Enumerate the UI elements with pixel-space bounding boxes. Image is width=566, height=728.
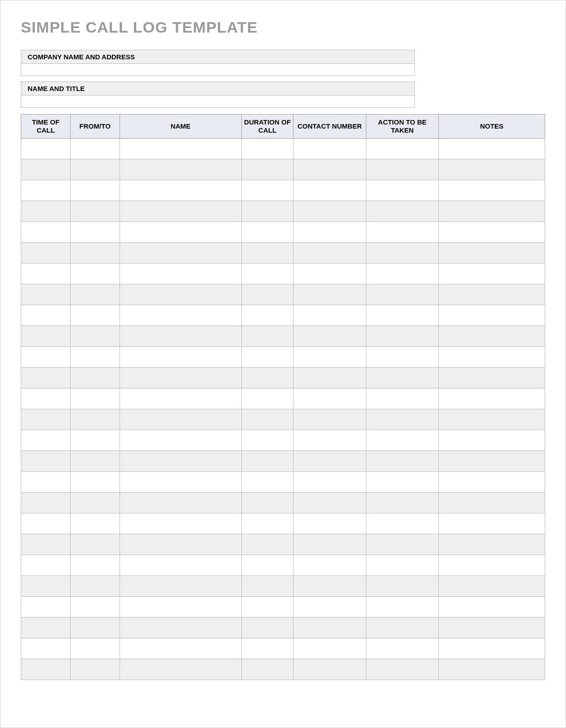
table-cell[interactable] <box>293 139 366 159</box>
table-cell[interactable] <box>439 430 545 451</box>
table-cell[interactable] <box>439 368 545 388</box>
table-cell[interactable] <box>21 659 71 680</box>
table-cell[interactable] <box>293 659 366 680</box>
table-cell[interactable] <box>21 638 71 659</box>
table-cell[interactable] <box>293 305 366 326</box>
table-cell[interactable] <box>70 451 120 472</box>
table-cell[interactable] <box>293 388 366 409</box>
table-cell[interactable] <box>366 139 438 159</box>
table-cell[interactable] <box>120 534 241 555</box>
table-cell[interactable] <box>120 284 241 305</box>
table-cell[interactable] <box>70 555 120 576</box>
table-cell[interactable] <box>366 388 438 409</box>
table-cell[interactable] <box>120 347 241 368</box>
table-cell[interactable] <box>70 243 120 263</box>
table-cell[interactable] <box>70 493 120 513</box>
table-cell[interactable] <box>241 493 293 513</box>
table-cell[interactable] <box>293 222 366 243</box>
table-cell[interactable] <box>120 326 241 347</box>
table-cell[interactable] <box>120 388 241 409</box>
table-cell[interactable] <box>439 638 545 659</box>
table-cell[interactable] <box>439 555 545 576</box>
table-cell[interactable] <box>21 597 71 618</box>
table-cell[interactable] <box>21 284 71 305</box>
table-cell[interactable] <box>366 659 438 680</box>
table-cell[interactable] <box>439 618 545 638</box>
table-cell[interactable] <box>70 139 120 159</box>
table-cell[interactable] <box>21 243 71 263</box>
table-cell[interactable] <box>70 222 120 243</box>
table-cell[interactable] <box>120 618 241 638</box>
table-cell[interactable] <box>241 451 293 472</box>
table-cell[interactable] <box>70 659 120 680</box>
table-cell[interactable] <box>120 597 241 618</box>
table-cell[interactable] <box>293 284 366 305</box>
table-cell[interactable] <box>21 388 71 409</box>
table-cell[interactable] <box>120 451 241 472</box>
table-cell[interactable] <box>241 597 293 618</box>
table-cell[interactable] <box>293 513 366 534</box>
table-cell[interactable] <box>366 638 438 659</box>
table-cell[interactable] <box>366 305 438 326</box>
table-cell[interactable] <box>70 388 120 409</box>
table-cell[interactable] <box>120 409 241 430</box>
table-cell[interactable] <box>293 243 366 263</box>
table-cell[interactable] <box>21 159 71 180</box>
table-cell[interactable] <box>70 430 120 451</box>
table-cell[interactable] <box>21 201 71 222</box>
table-cell[interactable] <box>241 368 293 388</box>
table-cell[interactable] <box>366 409 438 430</box>
table-cell[interactable] <box>120 180 241 201</box>
table-cell[interactable] <box>366 368 438 388</box>
table-cell[interactable] <box>241 409 293 430</box>
table-cell[interactable] <box>241 555 293 576</box>
table-cell[interactable] <box>439 472 545 493</box>
table-cell[interactable] <box>439 388 545 409</box>
table-cell[interactable] <box>241 263 293 284</box>
table-cell[interactable] <box>366 180 438 201</box>
table-cell[interactable] <box>293 201 366 222</box>
table-cell[interactable] <box>241 222 293 243</box>
table-cell[interactable] <box>366 159 438 180</box>
table-cell[interactable] <box>366 534 438 555</box>
table-cell[interactable] <box>293 493 366 513</box>
table-cell[interactable] <box>366 326 438 347</box>
table-cell[interactable] <box>70 326 120 347</box>
table-cell[interactable] <box>21 368 71 388</box>
company-input[interactable] <box>21 64 415 76</box>
table-cell[interactable] <box>439 159 545 180</box>
table-cell[interactable] <box>120 555 241 576</box>
table-cell[interactable] <box>241 388 293 409</box>
table-cell[interactable] <box>293 638 366 659</box>
table-cell[interactable] <box>120 576 241 597</box>
table-cell[interactable] <box>241 472 293 493</box>
table-cell[interactable] <box>439 597 545 618</box>
table-cell[interactable] <box>366 597 438 618</box>
table-cell[interactable] <box>293 409 366 430</box>
table-cell[interactable] <box>21 222 71 243</box>
table-cell[interactable] <box>120 263 241 284</box>
table-cell[interactable] <box>70 284 120 305</box>
table-cell[interactable] <box>21 576 71 597</box>
table-cell[interactable] <box>293 159 366 180</box>
table-cell[interactable] <box>439 534 545 555</box>
table-cell[interactable] <box>293 534 366 555</box>
table-cell[interactable] <box>366 451 438 472</box>
table-cell[interactable] <box>439 576 545 597</box>
table-cell[interactable] <box>241 576 293 597</box>
table-cell[interactable] <box>241 305 293 326</box>
table-cell[interactable] <box>439 493 545 513</box>
table-cell[interactable] <box>70 180 120 201</box>
table-cell[interactable] <box>241 139 293 159</box>
table-cell[interactable] <box>293 618 366 638</box>
table-cell[interactable] <box>439 659 545 680</box>
table-cell[interactable] <box>293 555 366 576</box>
table-cell[interactable] <box>293 576 366 597</box>
table-cell[interactable] <box>21 180 71 201</box>
table-cell[interactable] <box>241 430 293 451</box>
table-cell[interactable] <box>70 534 120 555</box>
table-cell[interactable] <box>293 472 366 493</box>
table-cell[interactable] <box>21 555 71 576</box>
table-cell[interactable] <box>21 534 71 555</box>
table-cell[interactable] <box>120 243 241 263</box>
